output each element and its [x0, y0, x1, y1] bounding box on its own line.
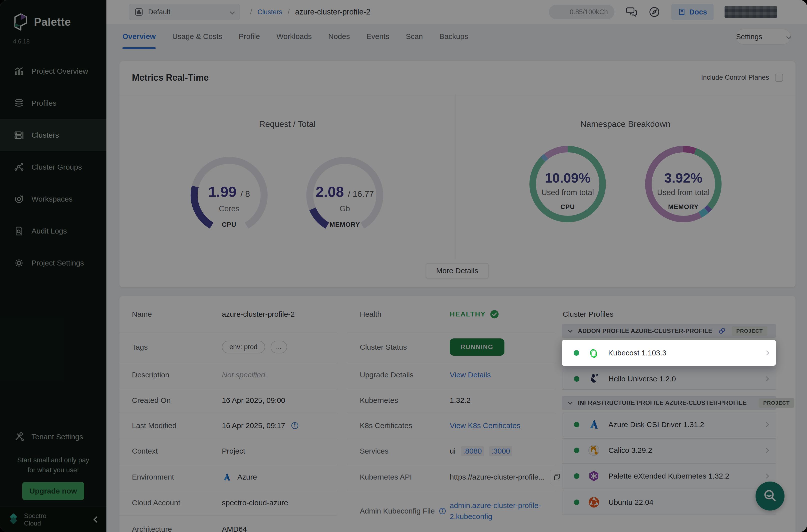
cluster-details-card: Name azure-cluster-profile-2 Tags env: p… — [119, 296, 795, 532]
breadcrumb-clusters-link[interactable]: Clusters — [258, 8, 282, 16]
status-dot — [574, 448, 579, 453]
memory-gauge: 2.08 / 16.77 Gb MEMORY — [305, 155, 385, 235]
detail-row-tags: Tags env: prod ... — [119, 332, 337, 362]
project-selector-value: Default — [148, 8, 170, 16]
kubeconfig-download-link[interactable]: admin.azure-cluster-profile-2.kubeconfig — [450, 500, 555, 522]
created-on-value: 16 Apr 2025, 09:00 — [222, 396, 285, 405]
compass-icon[interactable] — [648, 6, 660, 18]
brand: Palette — [0, 0, 107, 31]
chevron-right-icon — [764, 350, 769, 356]
tab-overview[interactable]: Overview — [123, 24, 156, 49]
sidebar-item-audit-logs[interactable]: Audit Logs — [0, 215, 107, 247]
profile-row-hello-universe[interactable]: Hello Universe 1.2.0 — [562, 368, 776, 390]
tab-backups[interactable]: Backups — [439, 24, 468, 49]
sidebar-item-workspaces[interactable]: Workspaces — [0, 183, 107, 215]
view-k8s-certificates-link[interactable]: View K8s Certificates — [450, 421, 521, 430]
cpu-gauge-unit: Cores — [189, 204, 269, 213]
cpu-donut-label: CPU — [528, 203, 607, 211]
docs-button[interactable]: Docs — [671, 4, 714, 20]
architecture-value: AMD64 — [222, 525, 247, 532]
infrastructure-profile-group-header[interactable]: INFRASTRUCTURE PROFILE AZURE-CLUSTER-PRO… — [562, 396, 776, 410]
azure-icon — [222, 472, 232, 482]
profile-row-palette-extended-k8s[interactable]: Palette eXtended Kubernetes 1.32.2 — [562, 463, 776, 489]
running-status-badge: RUNNING — [450, 338, 504, 356]
app-version: 4.6.18 — [0, 31, 107, 45]
tab-events[interactable]: Events — [366, 24, 389, 49]
chevron-right-icon — [764, 474, 769, 478]
service-port-8080-link[interactable]: :8080 — [461, 446, 484, 456]
project-selector[interactable]: Default — [129, 4, 240, 20]
breadcrumb-current: azure-cluster-profile-2 — [295, 7, 371, 17]
tags-more-button[interactable]: ... — [270, 341, 287, 354]
status-dot — [574, 473, 579, 479]
tab-workloads[interactable]: Workloads — [277, 24, 312, 49]
spectro-cloud-logo-icon — [7, 514, 19, 526]
cpu-donut-caption: Used from total — [528, 188, 607, 197]
chat-icon[interactable] — [625, 6, 637, 18]
sidebar-item-project-overview[interactable]: Project Overview — [0, 55, 107, 87]
status-dot — [574, 376, 579, 382]
azure-disk-icon — [588, 419, 600, 431]
sidebar-item-label: Clusters — [32, 131, 59, 139]
kubernetes-api-url: https://azure-cluster-profile... — [450, 473, 545, 481]
user-name-redacted[interactable] — [725, 6, 777, 18]
status-row-upgrade: Upgrade Details View Details — [347, 362, 555, 388]
profile-row-kubecost[interactable]: Kubecost 1.103.3 — [562, 340, 776, 366]
profile-row-ubuntu[interactable]: Ubuntu 22.04 — [562, 490, 776, 515]
kubecost-icon — [588, 347, 600, 359]
metrics-divider — [455, 94, 455, 259]
metrics-card: Metrics Real-Time Include Control Planes… — [119, 61, 795, 287]
palette-logo-icon — [13, 13, 29, 31]
environment-value: Azure — [222, 472, 257, 482]
sidebar-item-profiles[interactable]: Profiles — [0, 87, 107, 119]
detail-row-context: Context Project — [119, 438, 337, 464]
sidebar-item-clusters[interactable]: Clusters — [0, 119, 107, 151]
pxk-icon — [588, 470, 600, 482]
usage-badge: 0.85/100kCh — [549, 5, 614, 19]
info-icon[interactable] — [439, 507, 446, 515]
promo-text-line2: for what you use! — [0, 465, 107, 475]
orbit-icon — [14, 194, 24, 204]
tab-usage-costs[interactable]: Usage & Costs — [172, 24, 222, 49]
sidebar-item-label: Profiles — [32, 99, 56, 108]
view-details-link[interactable]: View Details — [450, 370, 491, 379]
check-circle-icon — [490, 309, 499, 319]
support-search-fab[interactable] — [755, 481, 785, 511]
cpu-gauge: 1.99 / 8 Cores CPU — [189, 155, 269, 235]
sidebar-item-label: Tenant Settings — [32, 433, 83, 441]
service-port-3000-link[interactable]: :3000 — [489, 446, 512, 456]
cpu-donut-percent: 10.09% — [528, 170, 607, 186]
profile-row-calico[interactable]: Calico 3.29.2 — [562, 438, 776, 462]
sidebar-item-cluster-groups[interactable]: Cluster Groups — [0, 151, 107, 183]
metrics-title: Metrics Real-Time — [132, 72, 209, 83]
tab-nodes[interactable]: Nodes — [328, 24, 350, 49]
sidebar-collapse-chevron-icon[interactable] — [93, 516, 100, 522]
chevron-down-icon — [568, 328, 573, 332]
calico-icon — [588, 444, 600, 456]
memory-gauge-value: 2.08 / 16.77 — [305, 183, 385, 200]
sidebar-item-project-settings[interactable]: Project Settings — [0, 247, 107, 279]
tab-profile[interactable]: Profile — [239, 24, 260, 49]
namespace-breakdown-title: Namespace Breakdown — [455, 119, 795, 129]
details-column: Name azure-cluster-profile-2 Tags env: p… — [119, 296, 337, 532]
tab-scan[interactable]: Scan — [406, 24, 423, 49]
upgrade-now-button[interactable]: Upgrade now — [22, 482, 84, 500]
include-control-planes-checkbox[interactable] — [775, 74, 783, 82]
profile-row-azure-disk-csi[interactable]: Azure Disk CSI Driver 1.31.2 — [562, 412, 776, 437]
project-badge: PROJECT — [759, 398, 794, 407]
last-modified-value: 16 Apr 2025, 09:17 — [222, 421, 299, 430]
sidebar-item-tenant-settings[interactable]: Tenant Settings — [0, 421, 107, 453]
detail-row-architecture: Architecture AMD64 — [119, 515, 337, 532]
brand-name: Palette — [34, 16, 71, 28]
bar-chart-icon — [14, 66, 24, 76]
addon-profile-group-header[interactable]: ADDON PROFILE AZURE-CLUSTER-PROFILE PROJ… — [562, 324, 776, 338]
settings-button[interactable]: Settings — [736, 29, 791, 44]
sidebar-item-label: Cluster Groups — [32, 163, 82, 171]
clusters-icon — [14, 130, 24, 140]
more-details-button[interactable]: More Details — [426, 263, 488, 278]
info-icon[interactable] — [291, 422, 299, 430]
context-value: Project — [222, 447, 245, 455]
audit-log-icon — [14, 226, 24, 236]
project-badge: PROJECT — [732, 326, 767, 336]
breadcrumb-separator: / — [250, 8, 252, 16]
